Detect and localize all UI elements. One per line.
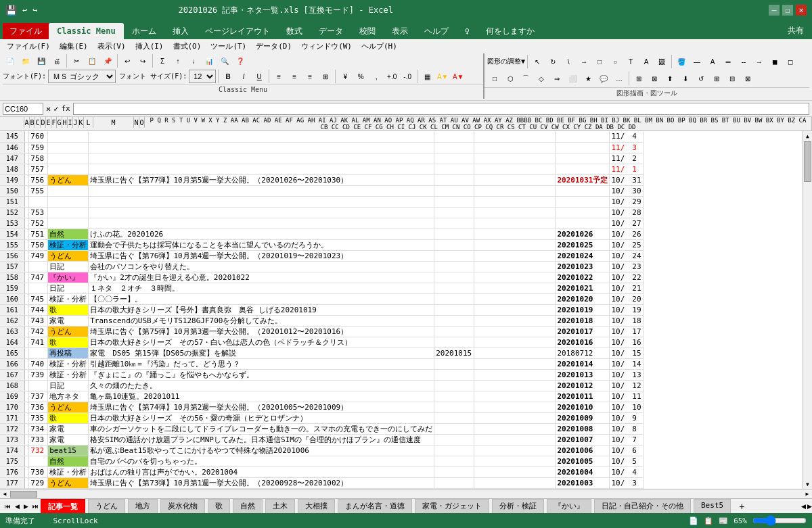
search-btn[interactable]: 🔍: [217, 53, 232, 68]
cell-c[interactable]: [48, 207, 89, 218]
cell-e[interactable]: [434, 250, 474, 261]
tab-home[interactable]: ホーム: [124, 23, 164, 39]
table-row[interactable]: 171735歌日本の歌大好きシリーズ その56・愛の奇源（ヒデとロザンナ）202…: [0, 412, 803, 423]
cell-c[interactable]: 家電: [48, 423, 89, 434]
tab-file[interactable]: ファイル: [3, 23, 49, 39]
cell-d[interactable]: 埼玉県に告ぐ【第74弾】10月第2週一挙大公開。（20201005〜202010…: [89, 402, 434, 412]
align-left-btn[interactable]: ≡: [271, 69, 286, 84]
cell-c[interactable]: 日記: [48, 380, 89, 391]
cell-c[interactable]: うどん: [48, 250, 89, 261]
oval-btn[interactable]: ○: [608, 54, 623, 69]
cell-b[interactable]: 758: [29, 153, 48, 164]
block-arrow-btn[interactable]: ⇒: [549, 71, 564, 86]
cell-cc[interactable]: 10/ 13: [610, 369, 643, 380]
cell-cc[interactable]: 10/ 8: [610, 423, 643, 434]
cell-a[interactable]: [24, 477, 29, 488]
table-row[interactable]: 157日記会社のパソコンをやり替えた。2020102310/ 23: [0, 261, 803, 272]
tab-formulas[interactable]: 数式: [278, 23, 311, 39]
cell-c[interactable]: 地方ネタ: [48, 391, 89, 402]
cell-b[interactable]: 740: [29, 358, 48, 369]
spreadsheet-grid[interactable]: 14576011/ 414675911/ 314775811/ 21487571…: [0, 131, 803, 489]
confirm-formula-btn[interactable]: ✓: [53, 104, 58, 114]
align-bot-btn[interactable]: ⬇: [678, 71, 693, 86]
cell-d[interactable]: 埼玉県に告ぐ【第77弾】10月第5週一挙大公開。（20201026〜202010…: [89, 174, 434, 185]
chart-btn[interactable]: 📊: [202, 53, 217, 68]
line-style-btn[interactable]: ═: [721, 54, 736, 69]
view-normal-btn[interactable]: 📄: [689, 517, 698, 525]
wordart-btn[interactable]: A: [639, 54, 654, 69]
cell-b[interactable]: 742: [29, 326, 48, 337]
scroll-right-btn[interactable]: ▶: [803, 491, 812, 497]
cell-e[interactable]: [434, 196, 474, 207]
cell-empty-range[interactable]: [474, 423, 556, 434]
font-size-select[interactable]: 12: [189, 70, 216, 83]
cell-empty-range[interactable]: [474, 261, 556, 272]
cell-e[interactable]: [434, 304, 474, 315]
table-row[interactable]: 15075510/ 30: [0, 185, 803, 196]
cell-c[interactable]: 歌: [48, 412, 89, 423]
rotate2-btn[interactable]: ↺: [694, 71, 708, 86]
underline-btn[interactable]: U: [252, 69, 267, 84]
close-btn[interactable]: ✕: [796, 5, 807, 16]
cell-b[interactable]: 739: [29, 369, 48, 380]
cell-c[interactable]: [48, 142, 89, 153]
cell-a[interactable]: [24, 423, 29, 434]
cell-b[interactable]: [29, 283, 48, 293]
table-row[interactable]: 165再投稿家電 DS05 第15弾【DS05の振変】を解説2020101520…: [0, 347, 803, 358]
cell-a[interactable]: [24, 229, 29, 239]
cell-d[interactable]: TranscendのUSBメモリTS128GJF700を分解してみた。: [89, 315, 434, 326]
cell-empty-range[interactable]: [474, 131, 556, 142]
cell-c[interactable]: 自然: [48, 456, 89, 466]
view-page-btn[interactable]: 📰: [719, 517, 728, 525]
cell-cc[interactable]: 10/ 7: [610, 434, 643, 445]
cell-empty-range[interactable]: [474, 456, 556, 466]
cell-a[interactable]: [24, 412, 29, 423]
cell-c[interactable]: うどん: [48, 402, 89, 412]
cell-b[interactable]: 733: [29, 434, 48, 445]
cell-cd[interactable]: 20201004: [556, 466, 610, 477]
cell-e[interactable]: [434, 466, 474, 477]
cell-a[interactable]: [24, 283, 29, 293]
cell-empty-range[interactable]: [474, 229, 556, 239]
flowchart-btn[interactable]: ⬜: [565, 71, 580, 86]
cell-a[interactable]: [24, 380, 29, 391]
cell-c[interactable]: うどん: [48, 326, 89, 337]
menu-data[interactable]: データ(D): [252, 41, 296, 52]
cell-b[interactable]: 741: [29, 337, 48, 347]
fill-color-btn[interactable]: A▼: [435, 69, 450, 84]
cell-cd[interactable]: 20201008: [556, 423, 610, 434]
cell-b[interactable]: 752: [29, 218, 48, 229]
fill-btn[interactable]: 🪣: [674, 54, 689, 69]
table-row[interactable]: 177729うどん埼玉県に告ぐ【第73弾】10月第1週一挙大公開。（202009…: [0, 477, 803, 488]
line-btn[interactable]: \: [561, 54, 576, 69]
cell-e[interactable]: [434, 185, 474, 196]
cell-b[interactable]: 757: [29, 164, 48, 174]
cell-cc[interactable]: 10/ 26: [610, 229, 643, 239]
cell-b[interactable]: [29, 456, 48, 466]
tab-nav-prev[interactable]: ◀: [13, 503, 22, 510]
sheet-tab-地方[interactable]: 地方: [128, 499, 158, 513]
cell-a[interactable]: [24, 456, 29, 466]
cell-a[interactable]: [24, 142, 29, 153]
cell-b[interactable]: [29, 261, 48, 272]
cell-a[interactable]: [24, 131, 29, 142]
cell-empty-range[interactable]: [474, 283, 556, 293]
cell-cc[interactable]: 10/ 3: [610, 477, 643, 488]
cell-cd[interactable]: [556, 164, 610, 174]
tab-view[interactable]: 表示: [384, 23, 416, 39]
cell-b[interactable]: 732: [29, 445, 48, 456]
table-row[interactable]: 176730検証・分析おばはんの独り言は声がでかい。20201004202010…: [0, 466, 803, 477]
cell-cd[interactable]: 20201011: [556, 391, 610, 402]
tab-insert[interactable]: 挿入: [164, 23, 197, 39]
tab-nav-next[interactable]: ▶: [22, 503, 30, 510]
shadow-btn[interactable]: ◼: [767, 54, 782, 69]
cell-d[interactable]: [89, 207, 434, 218]
cell-cd[interactable]: 20201009: [556, 412, 610, 423]
cell-cd[interactable]: 20180712: [556, 347, 610, 358]
table-row[interactable]: 14875711/ 1: [0, 164, 803, 174]
cell-e[interactable]: [434, 218, 474, 229]
menu-insert[interactable]: 挿入(I): [131, 41, 168, 52]
cell-c[interactable]: 再投稿: [48, 347, 89, 358]
cell-cc[interactable]: 10/ 24: [610, 250, 643, 261]
sheet-tab-うどん[interactable]: うどん: [88, 499, 125, 513]
